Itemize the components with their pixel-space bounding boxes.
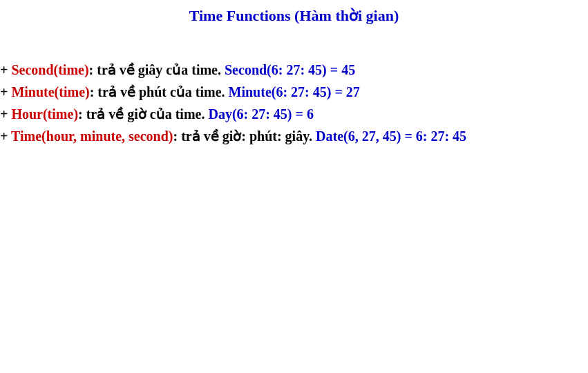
plus-marker: + [0,84,11,99]
plus-marker: + [0,128,11,144]
plus-marker: + [0,62,11,77]
function-example: Day(6: 27: 45) = 6 [208,106,313,122]
page-title: Time Functions (Hàm thời gian) [0,0,588,46]
function-line: + Minute(time): trả về phút của time. Mi… [0,82,588,102]
function-name: Hour(time) [11,106,78,122]
function-name: Minute(time) [11,84,89,99]
function-line: + Time(hour, minute, second): trả về giờ… [0,126,588,146]
function-line: + Hour(time): trả về giờ của time. Day(6… [0,104,588,124]
function-name: Second(time) [11,62,88,77]
function-example: Minute(6: 27: 45) = 27 [229,84,360,99]
function-name: Time(hour, minute, second) [11,128,173,144]
content-area: + Second(time): trả về giây của time. Se… [0,46,588,146]
function-example: Date(6, 27, 45) = 6: 27: 45 [316,128,466,144]
function-description: : trả về giờ: phút: giây. [173,128,316,144]
function-description: : trả về giây của time. [89,62,225,77]
function-example: Second(6: 27: 45) = 45 [225,62,355,77]
function-description: : trả về phút của time. [90,84,229,99]
function-line: + Second(time): trả về giây của time. Se… [0,59,588,80]
plus-marker: + [0,106,11,122]
function-description: : trả về giờ của time. [78,106,208,122]
